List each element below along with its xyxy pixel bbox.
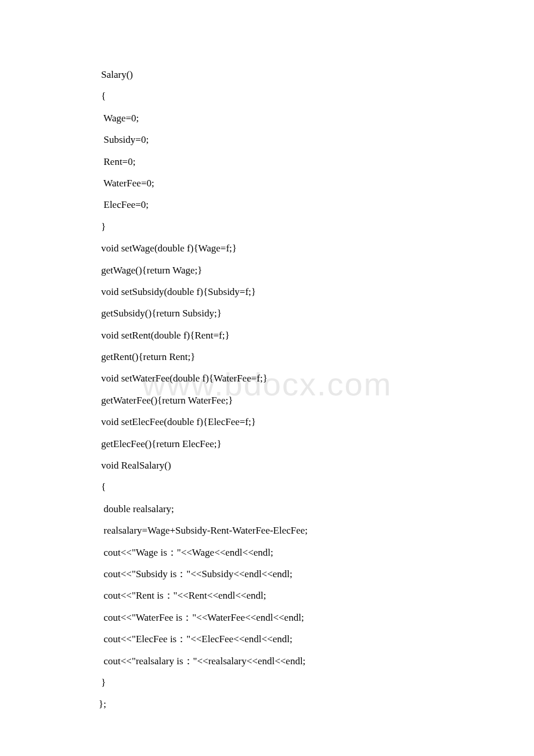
code-line: cout<<"Rent is："<<Rent<<endl<<endl; xyxy=(99,585,447,606)
code-line: realsalary=Wage+Subsidy-Rent-WaterFee-El… xyxy=(99,520,447,541)
code-line: } xyxy=(99,672,447,693)
code-line: { xyxy=(99,85,447,107)
code-line: void setElecFee(double f){ElecFee=f;} xyxy=(99,411,447,433)
code-line: }; xyxy=(99,693,447,715)
code-line: Salary() xyxy=(99,64,447,85)
code-line: Wage=0; xyxy=(99,107,447,129)
code-line: Subsidy=0; xyxy=(99,129,447,150)
code-line: cout<<"Subsidy is："<<Subsidy<<endl<<endl… xyxy=(99,563,447,585)
code-line: getElecFee(){return ElecFee;} xyxy=(99,433,447,455)
code-line: void setWaterFee(double f){WaterFee=f;} xyxy=(99,368,447,389)
code-line: { xyxy=(99,476,447,498)
code-line: Rent=0; xyxy=(99,151,447,172)
code-line: WaterFee=0; xyxy=(99,172,447,194)
code-line: double realsalary; xyxy=(99,498,447,520)
code-line: ElecFee=0; xyxy=(99,194,447,215)
code-line: cout<<"WaterFee is："<<WaterFee<<endl<<en… xyxy=(99,607,447,628)
code-line: void RealSalary() xyxy=(99,455,447,476)
code-line: cout<<"Wage is："<<Wage<<endl<<endl; xyxy=(99,542,447,563)
code-line: cout<<"realsalary is："<<realsalary<<endl… xyxy=(99,650,447,672)
code-line: void setWage(double f){Wage=f;} xyxy=(99,237,447,259)
code-content: Salary() { Wage=0; Subsidy=0; Rent=0; Wa… xyxy=(99,64,447,715)
code-line: getWaterFee(){return WaterFee;} xyxy=(99,390,447,411)
code-line: getWage(){return Wage;} xyxy=(99,260,447,281)
code-line: } xyxy=(99,216,447,237)
code-line: void setSubsidy(double f){Subsidy=f;} xyxy=(99,281,447,303)
code-line: void setRent(double f){Rent=f;} xyxy=(99,325,447,346)
code-line: getRent(){return Rent;} xyxy=(99,346,447,368)
code-line: getSubsidy(){return Subsidy;} xyxy=(99,303,447,324)
code-line: cout<<"ElecFee is："<<ElecFee<<endl<<endl… xyxy=(99,628,447,650)
